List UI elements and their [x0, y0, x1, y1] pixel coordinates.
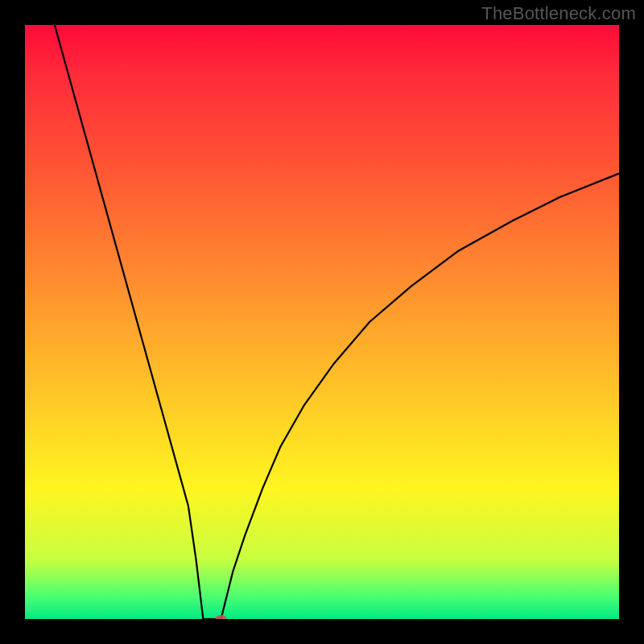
watermark-text: TheBottleneck.com	[481, 3, 636, 24]
curve-right-arm	[221, 174, 619, 620]
bottleneck-marker	[216, 615, 227, 619]
plot-area	[25, 25, 619, 619]
curve-left-arm	[55, 25, 204, 619]
chart-svg	[25, 25, 619, 619]
chart-frame: TheBottleneck.com	[0, 0, 644, 644]
